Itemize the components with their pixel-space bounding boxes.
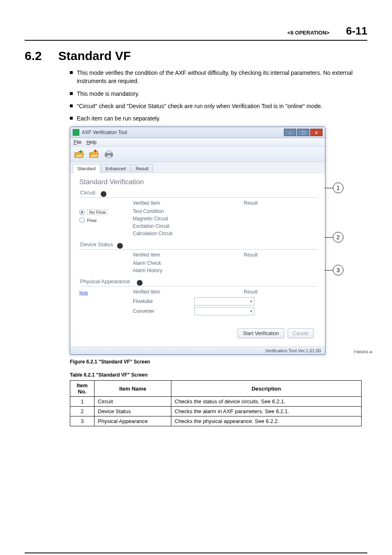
- device-label: Device Status: [79, 241, 113, 248]
- statusbar: Verification Tool Ver.1.01.00: [70, 347, 325, 354]
- toolbar: [70, 147, 325, 162]
- svg-rect-1: [107, 151, 111, 153]
- window-title: AXF Verification Tool: [82, 130, 127, 135]
- table-caption: Table 6.2.1 "Standard VF" Screen: [70, 372, 367, 378]
- bullet-icon: [70, 104, 73, 107]
- bullet-text: This mode verifies the condition of the …: [77, 69, 367, 86]
- col-result: Result: [227, 200, 318, 206]
- radio-icon: [79, 210, 85, 215]
- tab-standard[interactable]: Standard: [73, 164, 100, 173]
- bullet-icon: [70, 92, 73, 95]
- grid-header: Verified Item Result: [133, 252, 318, 258]
- minimize-button[interactable]: –: [284, 129, 296, 136]
- cancel-button[interactable]: Cancel: [288, 328, 314, 338]
- bullet-item: This mode verifies the condition of the …: [70, 69, 367, 86]
- menu-help[interactable]: Help: [86, 139, 97, 145]
- row-label: Converter: [133, 308, 194, 314]
- circuit-label: Circuit: [79, 190, 95, 197]
- grid-row: Alarm Check: [133, 259, 318, 267]
- maximize-button[interactable]: ▢: [297, 129, 309, 136]
- circuit-section: No Flow Flow Verified Item Result Test C…: [79, 200, 318, 237]
- cell-desc: Checks the status of device circuits. Se…: [171, 397, 362, 407]
- callout-line: [325, 270, 333, 271]
- start-verification-button[interactable]: Start Verification: [238, 328, 284, 338]
- radio-icon: [79, 217, 85, 223]
- cell-name: Physical Appearance: [95, 416, 171, 426]
- page-footer: IM 01R01A11-01EN: [25, 553, 367, 555]
- note-link[interactable]: Note: [79, 290, 133, 295]
- radio-flow[interactable]: Flow: [79, 217, 133, 223]
- col-result: Result: [227, 252, 318, 258]
- physical-row: Flowtube ▾: [133, 296, 318, 306]
- bullet-item: This mode is mandatory.: [70, 90, 367, 98]
- save-icon[interactable]: [88, 148, 100, 160]
- flowtube-select[interactable]: ▾: [194, 297, 254, 305]
- grid-row: Alarm History: [133, 267, 318, 274]
- callout-line: [325, 237, 333, 238]
- callout-3: 3: [325, 265, 344, 275]
- radio-noflow[interactable]: No Flow: [79, 209, 133, 215]
- figure-caption: Figure 6.2.1 "Standard VF" Screen: [70, 359, 367, 365]
- menu-file[interactable]: File: [74, 139, 81, 145]
- radio-label: No Flow: [87, 209, 108, 215]
- cell-name: Device Status: [95, 407, 171, 416]
- col-result: Result: [227, 289, 318, 295]
- grid-header: Verified Item Result: [133, 289, 318, 295]
- radio-label: Flow: [87, 218, 97, 223]
- spacer: [79, 252, 133, 274]
- grid-header: Verified Item Result: [133, 200, 318, 206]
- tab-enhanced[interactable]: Enhanced: [101, 164, 131, 173]
- table-row: 2 Device Status Checks the alarm in AXF …: [70, 407, 362, 416]
- svg-rect-2: [107, 155, 111, 158]
- grid-row: Calculation Circuit: [133, 230, 318, 237]
- callout-circle: 3: [333, 265, 344, 275]
- open-icon[interactable]: [74, 148, 85, 160]
- app-window: AXF Verification Tool – ▢ x File Help: [70, 127, 325, 355]
- cell-no: 3: [70, 416, 95, 426]
- callout-circle: 2: [333, 232, 344, 243]
- button-row: Start Verification Cancel: [79, 328, 314, 338]
- page: <6 OPERATION> 6-11 6.2 Standard VF This …: [0, 0, 392, 555]
- col-verified-item: Verified Item: [133, 200, 227, 206]
- panel-heading: Standard Verification: [79, 178, 318, 186]
- section-title: Standard VF: [58, 49, 131, 63]
- tabstrip: Standard Enhanced Result: [70, 162, 325, 173]
- close-button[interactable]: x: [310, 129, 323, 136]
- figure: AXF Verification Tool – ▢ x File Help: [70, 127, 349, 355]
- description-table: Item No. Item Name Description 1 Circuit…: [70, 380, 362, 426]
- bullet-item: Each item can be run separately.: [70, 114, 367, 123]
- physical-label: Physical Appearance: [79, 278, 130, 285]
- physical-band: Physical Appearance: [79, 278, 318, 287]
- separator: [79, 286, 318, 287]
- physical-left: Note: [79, 289, 133, 316]
- cell-name: Circuit: [95, 397, 171, 407]
- physical-grid: Verified Item Result Flowtube ▾ Converte…: [133, 289, 318, 316]
- content-area: Standard Verification Circuit No Flow: [70, 173, 325, 347]
- grid-row: Magnetic Circuit: [133, 215, 318, 222]
- titlebar-left: AXF Verification Tool: [73, 129, 127, 136]
- circuit-radios: No Flow Flow: [79, 200, 133, 237]
- tab-result[interactable]: Result: [131, 164, 153, 173]
- circuit-grid: Verified Item Result Test Condition Magn…: [133, 200, 318, 237]
- grid-row: Excitation Circuit: [133, 222, 318, 230]
- table-row: 1 Circuit Checks the status of device ci…: [70, 397, 362, 407]
- callout-circle: 1: [333, 183, 344, 193]
- menubar: File Help: [70, 138, 325, 147]
- bullet-item: "Circuit" check and "Device Status" chec…: [70, 102, 367, 110]
- cell-desc: Checks the physical appearance. See 6.2.…: [171, 416, 362, 426]
- print-icon[interactable]: [103, 148, 115, 160]
- separator: [79, 197, 318, 198]
- device-section: Verified Item Result Alarm Check Alarm H…: [79, 252, 318, 274]
- grid-row: Test Condition: [133, 208, 318, 215]
- table-row: 3 Physical Appearance Checks the physica…: [70, 416, 362, 426]
- callout-knob: [101, 191, 106, 197]
- version-label: Verification Tool Ver.1.01.00: [265, 348, 321, 353]
- circuit-band: Circuit: [79, 190, 318, 198]
- bullet-text: This mode is mandatory.: [77, 90, 139, 98]
- converter-select[interactable]: ▾: [194, 307, 254, 315]
- callout-line: [325, 188, 333, 188]
- callout-2: 2: [325, 232, 344, 243]
- window-controls: – ▢ x: [284, 129, 323, 136]
- section-heading: 6.2 Standard VF: [25, 49, 367, 63]
- titlebar: AXF Verification Tool – ▢ x: [70, 127, 325, 138]
